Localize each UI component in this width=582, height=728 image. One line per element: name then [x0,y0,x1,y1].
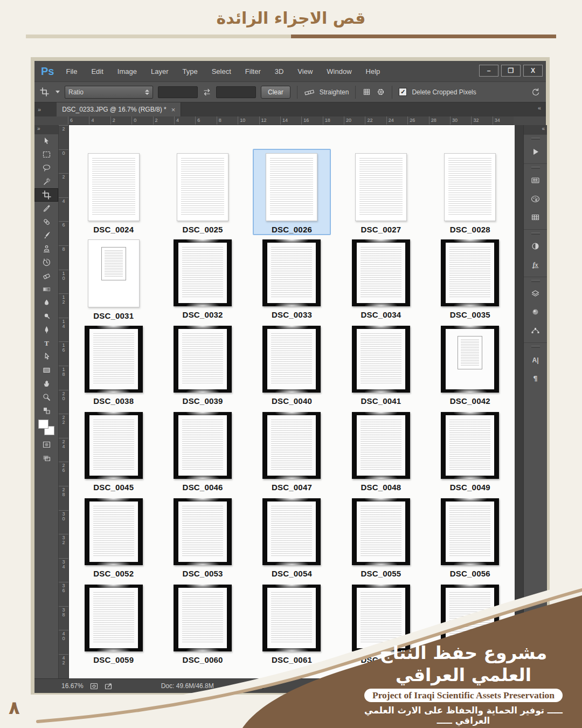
menu-edit[interactable]: Edit [91,67,103,75]
page-thumbnail[interactable] [355,153,407,221]
page-thumbnail[interactable] [85,412,143,479]
thumbnail-cell-dsc_0038[interactable]: DSC_0038 [74,321,153,408]
page-thumbnail[interactable] [174,585,232,651]
thumbnail-cell-dsc_0052[interactable]: DSC_0052 [74,494,153,580]
thumbnail-cell-dsc_0025[interactable]: DSC_0025 [163,149,241,235]
status-menu-arrow-icon[interactable] [262,683,267,689]
gear-icon[interactable] [376,87,385,97]
thumbnail-cell-dsc_0035[interactable]: DSC_0035 [431,235,509,321]
history-brush-tool-icon[interactable] [34,256,58,269]
dodge-tool-icon[interactable] [34,310,58,323]
thumbnail-cell-dsc_0033[interactable]: DSC_0033 [253,235,331,321]
menu-help[interactable]: Help [366,67,380,75]
knobs-device-icon[interactable] [524,171,547,190]
rectangle-tool-icon[interactable] [34,363,58,377]
panel-collapse-icon[interactable]: « [524,125,547,134]
thumbnail-cell-dsc_0040[interactable]: DSC_0040 [253,321,331,408]
collapse-right-icon[interactable]: « [535,105,544,111]
character-panel-icon[interactable]: A| [524,351,547,369]
menu-file[interactable]: File [66,67,77,75]
healing-brush-tool-icon[interactable] [34,215,58,229]
thumbnail-cell-dsc_0027[interactable]: DSC_0027 [342,149,420,235]
menu-select[interactable]: Select [212,67,231,75]
thumbnail-cell-dsc_0034[interactable]: DSC_0034 [342,235,420,321]
page-thumbnail[interactable] [441,326,499,393]
layers-icon[interactable] [524,285,547,303]
thumbnail-cell-dsc_0032[interactable]: DSC_0032 [163,235,241,321]
straighten-label[interactable]: Straighten [320,88,349,96]
document-tab[interactable]: DSC_0233.JPG @ 16.7% (RGB/8) * × [57,102,181,116]
page-thumbnail[interactable] [85,498,143,565]
thumbnail-cell-dsc_0047[interactable]: DSC_0047 [253,408,331,494]
page-thumbnail[interactable] [262,239,321,306]
page-thumbnail[interactable] [262,326,321,393]
play-actions-icon[interactable] [524,142,547,161]
thumbnail-cell-dsc_0045[interactable]: DSC_0045 [74,408,153,494]
straighten-icon[interactable] [304,88,315,97]
thumbnail-cell-dsc_0049[interactable]: DSC_0049 [431,408,509,494]
menu-layer[interactable]: Layer [151,67,169,75]
paragraph-panel-icon[interactable]: ¶ [524,369,547,387]
close-button[interactable]: X [523,65,543,77]
hand-tool-icon[interactable] [34,377,58,390]
thumbnail-cell-dsc_0059[interactable]: DSC_0059 [74,580,153,667]
paths-curve-icon[interactable] [524,321,547,340]
page-thumbnail[interactable] [266,153,317,221]
thumbnail-cell-dsc_0039[interactable]: DSC_0039 [163,321,241,408]
eraser-tool-icon[interactable] [34,269,58,283]
swap-values-icon[interactable] [203,88,211,96]
refresh-icon[interactable] [90,683,98,690]
move-tool-icon[interactable] [34,134,58,148]
clone-stamp-tool-icon[interactable] [34,242,58,256]
page-thumbnail[interactable] [262,412,321,479]
ratio-height-input[interactable] [216,86,256,98]
export-icon[interactable] [105,683,113,690]
delete-cropped-pixels-checkbox[interactable]: ✓ [399,88,407,96]
clear-button[interactable]: Clear [261,86,290,99]
page-thumbnail[interactable] [174,326,232,393]
pen-tool-icon[interactable] [34,323,58,336]
magic-wand-tool-icon[interactable] [34,175,58,188]
ratio-width-input[interactable] [158,86,198,98]
menu-image[interactable]: Image [117,67,137,75]
zoom-tool-icon[interactable] [34,390,58,404]
page-thumbnail[interactable] [174,498,232,565]
sphere-channels-icon[interactable] [524,303,547,321]
thumbnail-cell-dsc_0054[interactable]: DSC_0054 [253,494,331,580]
thumbnail-cell-dsc_0024[interactable]: DSC_0024 [74,149,153,235]
mini-swap-colors-icon[interactable] [34,404,58,417]
blur-tool-icon[interactable] [34,296,58,310]
chevron-down-icon[interactable] [56,91,60,93]
page-thumbnail[interactable] [262,498,321,565]
path-selection-tool-icon[interactable] [34,350,58,363]
brush-tool-icon[interactable] [34,229,58,242]
type-tool-icon[interactable]: T [34,336,58,350]
adjustments-half-circle-icon[interactable] [524,237,547,256]
foreground-color[interactable] [38,420,48,429]
menu-window[interactable]: Window [327,67,351,75]
page-thumbnail[interactable] [352,326,410,393]
minimize-button[interactable]: – [479,65,498,77]
page-thumbnail[interactable] [352,412,410,479]
fx-styles-icon[interactable]: fx [524,256,547,274]
grid-table-icon[interactable] [524,208,547,226]
menu-type[interactable]: Type [183,67,198,75]
eyedropper-tool-icon[interactable] [34,202,58,215]
page-thumbnail[interactable] [352,498,410,565]
page-thumbnail[interactable] [444,153,496,221]
page-thumbnail[interactable] [441,498,499,565]
marquee-tool-icon[interactable] [34,148,58,161]
menu-view[interactable]: View [297,67,313,75]
thumbnail-cell-dsc_0055[interactable]: DSC_0055 [342,494,420,580]
collapse-left-icon[interactable]: » [34,106,44,113]
grid-overlay-icon[interactable] [362,87,371,97]
thumbnail-cell-dsc_0046[interactable]: DSC_0046 [163,408,241,494]
page-thumbnail[interactable] [352,239,410,306]
thumbnail-cell-dsc_0060[interactable]: DSC_0060 [163,580,241,667]
quick-mask-mode-icon[interactable] [34,438,58,451]
lasso-tool-icon[interactable] [34,161,58,175]
page-thumbnail[interactable] [441,239,499,306]
maximize-button[interactable]: ❐ [501,65,521,77]
screen-mode-icon[interactable] [34,451,58,465]
foreground-background-swatches[interactable] [34,418,58,438]
